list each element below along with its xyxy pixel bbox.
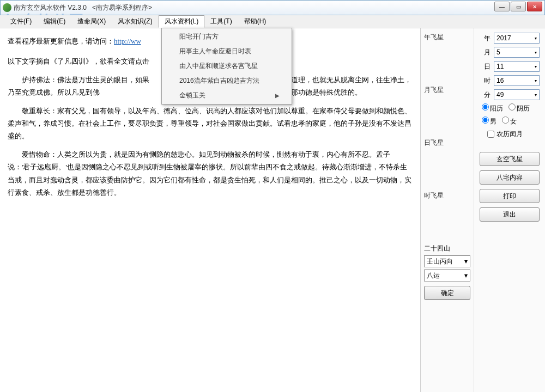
dd-item-0[interactable]: 阳宅开门吉方 [163,29,290,44]
chevron-right-icon: ▶ [275,93,280,99]
minimize-button[interactable]: — [494,2,510,11]
year-label: 年 [480,34,491,43]
radio-solar[interactable]: 阳历 [482,103,503,113]
minute-label: 分 [480,90,491,100]
confirm-button[interactable]: 确定 [424,286,470,300]
print-button[interactable]: 打印 [480,189,540,203]
radio-lunar[interactable]: 阴历 [508,103,530,113]
maximize-button[interactable]: ▭ [511,2,526,11]
dd-item-2[interactable]: 由入中星和顺逆求各宫飞星 [163,59,290,74]
title-bar: 南方玄空风水软件 V2.3.0 <南方易学系列程序> — ▭ ✕ [0,0,545,15]
menu-tools[interactable]: 工具(T) [204,15,238,28]
month-select[interactable]: 5▾ [494,47,540,58]
menu-ming[interactable]: 造命局(X) [71,15,112,28]
menu-bar: 文件(F) 编辑(E) 造命局(X) 风水知识(Z) 风水资料(L) 工具(T)… [0,15,545,28]
window-title: 南方玄空风水软件 V2.3.0 <南方易学系列程序> [14,3,152,13]
day-label: 日 [480,62,491,71]
close-button[interactable]: ✕ [527,2,542,11]
radio-female[interactable]: 女 [502,117,517,126]
menu-file[interactable]: 文件(F) [4,15,38,28]
hour-select[interactable]: 16▾ [494,75,540,86]
dd-item-4[interactable]: 金锁玉关▶ [163,88,290,103]
paragraph-2: 敬重尊长：家有父兄，国有领导，以及年高、德高、位高、识高的人都应该对他们加以尊重… [8,105,413,143]
month-label: 月 [480,48,491,57]
dropdown-menu: 阳宅开门吉方 用事主人年命应避日时表 由入中星和顺逆求各宫飞星 2016流年紫白… [161,28,292,105]
update-link[interactable]: http://ww [114,37,141,45]
lbl-hour-fx: 时飞星 [424,191,470,200]
feixing-button[interactable]: 玄空飞星 [480,152,540,166]
leap-label: 农历闰月 [496,130,523,139]
paragraph-3: 爱惜物命：人类之所以为贵，就是因为有恻隐的慈悲心。如见到动物被杀的时候，恻然有动… [8,148,413,199]
exit-button[interactable]: 退出 [480,207,540,222]
lbl-year-fx: 年飞星 [424,33,470,42]
menu-edit[interactable]: 编辑(E) [38,15,71,28]
app-icon [3,3,11,12]
lbl-month-fx: 月飞星 [424,85,470,95]
menu-help[interactable]: 帮助(H) [238,15,272,28]
menu-data[interactable]: 风水资料(L) [159,15,205,28]
lbl-day-fx: 日飞星 [424,138,470,148]
dd-item-1[interactable]: 用事主人年命应避日时表 [163,44,290,59]
minute-select[interactable]: 49▾ [494,89,540,100]
mountain-title: 二十四山 [424,244,470,253]
radio-male[interactable]: 男 [482,117,496,126]
year-select[interactable]: 2017▾ [494,33,540,44]
day-select[interactable]: 11▾ [494,61,540,72]
mountain-dir-select[interactable]: 壬山丙向▾ [424,255,470,267]
leap-checkbox[interactable] [487,131,494,138]
mountain-yun-select[interactable]: 八运▾ [424,270,470,281]
menu-knowledge[interactable]: 风水知识(Z) [112,15,158,28]
dd-item-3[interactable]: 2016流年紫白吉凶趋吉方法 [163,74,290,88]
right-panel: 年2017▾ 月5▾ 日11▾ 时16▾ 分49▾ 阳历 阴历 男 女 农历闰月… [474,28,545,392]
bazhai-button[interactable]: 八宅内容 [480,170,540,185]
labels-column: 年飞星 月飞星 日飞星 时飞星 二十四山 壬山丙向▾ 八运▾ 确定 [421,28,474,392]
hour-label: 时 [480,76,491,85]
